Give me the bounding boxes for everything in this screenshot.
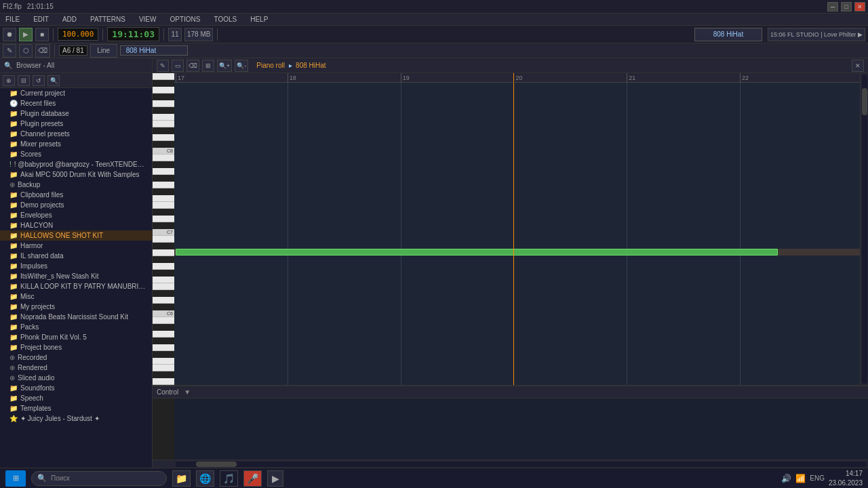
browser-collapse-btn[interactable]: ⊟ [18,75,30,86]
piano-key-G8[interactable] [153,100,174,107]
browser-search-btn[interactable]: 🔍 [47,75,60,86]
plugin-display[interactable]: 808 HiHat [694,28,762,41]
piano-key-E7[interactable] [153,202,174,209]
menu-item-options[interactable]: OPTIONS [167,16,203,23]
pr-zoom-out[interactable]: 🔍- [235,60,248,72]
search-bar[interactable]: 🔍 Поиск [31,471,167,486]
record-button[interactable]: ⏺ [3,28,16,41]
draw-tool[interactable]: ✎ [3,44,16,58]
taskbar-app3[interactable]: ▶ [267,470,283,487]
piano-key-Ab6[interactable] [153,256,174,263]
sidebar-item-4[interactable]: 📁Channel presets [0,129,152,139]
midi-note-c5[interactable] [176,249,778,256]
piano-key-C7[interactable]: C7 [153,229,174,236]
sidebar-item-19[interactable]: 📁KILLA LOOP KIT BY PATRY MANUBRIUM [0,281,152,291]
piano-key-Db7[interactable] [153,222,174,229]
menu-item-tools[interactable]: TOOLS [211,16,239,23]
menu-item-edit[interactable]: EDIT [31,16,52,23]
sidebar-item-12[interactable]: 📁Envelopes [0,210,152,220]
piano-key-G5[interactable] [153,344,174,351]
sidebar-item-7[interactable]: !! @babyprod @bangtozy - TeenXTENDED Dru… [0,159,152,169]
piano-key-Ab8[interactable] [153,94,174,100]
piano-key-E5[interactable] [153,365,174,371]
piano-key-Ab7[interactable] [153,175,174,182]
pr-close-btn[interactable]: ✕ [852,60,864,72]
vscroll-thumb[interactable] [862,88,867,115]
sidebar-item-16[interactable]: 📁IL shared data [0,251,152,261]
sidebar-item-32[interactable]: ⭐✦ Juicy Jules - Stardust ✦ [0,413,152,424]
hscroll-thumb[interactable] [196,462,237,467]
erase-tool[interactable]: ⌫ [35,44,50,58]
instrument-display[interactable]: 808 HiHat [120,45,188,56]
close-button[interactable]: ✕ [854,2,865,12]
select-tool[interactable]: ⬡ [19,44,33,58]
piano-key-Eb5[interactable] [153,371,174,378]
piano-key-B7[interactable] [153,155,174,161]
piano-key-Bb6[interactable] [153,243,174,249]
start-button[interactable]: ⊞ [5,470,26,487]
lang-indicator[interactable]: ENG [810,474,825,482]
stop-button[interactable]: ■ [35,28,49,41]
piano-key-E6[interactable] [153,283,174,290]
menu-item-view[interactable]: VIEW [136,16,159,23]
bpm-display[interactable]: 100.000 [58,28,98,41]
piano-key-Eb8[interactable] [153,127,174,134]
maximize-button[interactable]: □ [841,2,852,12]
sidebar-item-26[interactable]: ⊕Recorded [0,352,152,363]
piano-key-E8[interactable] [153,121,174,127]
sidebar-item-9[interactable]: ⊕Backup [0,180,152,190]
piano-key-A8[interactable] [153,87,174,94]
piano-key-A6[interactable] [153,249,174,256]
sidebar-item-25[interactable]: 📁Project bones [0,342,152,352]
taskbar-file-manager[interactable]: 📁 [172,470,191,487]
piano-key-Gb7[interactable] [153,188,174,195]
piano-key-D8[interactable] [153,134,174,141]
piano-key-Eb7[interactable] [153,209,174,216]
sidebar-item-22[interactable]: 📁Noprada Beats Narcissist Sound Kit [0,312,152,322]
sidebar-item-2[interactable]: 📁Plugin database [0,108,152,119]
line-mode[interactable]: Line [90,44,117,58]
menu-item-patterns[interactable]: PATTERNS [87,16,128,23]
piano-key-Bb5[interactable] [153,324,174,331]
piano-key-D5[interactable] [153,378,174,385]
pr-snap-btn[interactable]: ⊞ [202,60,214,72]
menu-item-file[interactable]: FILE [3,16,22,23]
pr-zoom-in[interactable]: 🔍+ [217,60,232,72]
sidebar-item-11[interactable]: 📁Demo projects [0,200,152,210]
piano-key-Bb8[interactable] [153,80,174,87]
piano-key-Gb6[interactable] [153,270,174,277]
piano-key-Db8[interactable] [153,141,174,148]
sidebar-item-29[interactable]: 📁Soundfonts [0,383,152,393]
sidebar-item-10[interactable]: 📁Clipboard files [0,190,152,200]
piano-key-Gb8[interactable] [153,107,174,114]
piano-key-F5[interactable] [153,358,174,365]
piano-key-B5[interactable] [153,317,174,324]
sidebar-item-27[interactable]: ⊕Rendered [0,363,152,373]
pr-select-tool[interactable]: ▭ [172,60,184,72]
browser-tool-btn[interactable]: ⊕ [3,75,15,86]
pr-draw-tool[interactable]: ✎ [157,60,169,72]
sidebar-item-17[interactable]: 📁Impulses [0,261,152,271]
sidebar-item-8[interactable]: 📁Akai MPC 5000 Drum Kit With Samples [0,169,152,180]
piano-key-A7[interactable] [153,168,174,175]
play-button[interactable]: ▶ [19,28,33,41]
piano-key-Db6[interactable] [153,304,174,310]
piano-key-D7[interactable] [153,216,174,222]
piano-key-F8[interactable] [153,114,174,121]
sidebar-item-31[interactable]: 📁Templates [0,403,152,413]
minimize-button[interactable]: ─ [827,2,838,12]
taskbar-app2[interactable]: 🎤 [243,470,262,487]
piano-key-C6[interactable]: C6 [153,310,174,317]
sidebar-item-13[interactable]: 📁HALCYON [0,220,152,230]
sidebar-item-23[interactable]: 📁Packs [0,322,152,332]
piano-key-G6[interactable] [153,263,174,270]
taskbar-browser[interactable]: 🌐 [196,470,214,487]
tray-volume[interactable]: 📶 [795,474,806,483]
sidebar-item-20[interactable]: 📁Misc [0,291,152,302]
sidebar-item-6[interactable]: 📁Scores [0,149,152,159]
tray-network[interactable]: 🔊 [781,474,791,483]
sidebar-item-24[interactable]: 📁Phonk Drum Kit Vol. 5 [0,332,152,342]
piano-key-C8[interactable]: C8 [153,148,174,155]
piano-key-F7[interactable] [153,195,174,202]
menu-item-add[interactable]: ADD [60,16,79,23]
